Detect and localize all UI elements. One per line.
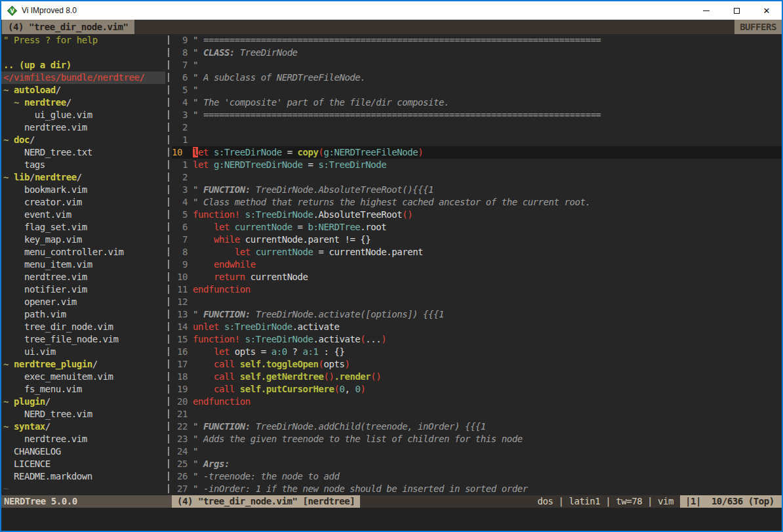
maximize-icon[interactable] (721, 1, 752, 20)
tree-item[interactable]: exec_menuitem.vim (1, 371, 165, 383)
code-line[interactable]: 26" -treenode: the node to add (172, 470, 782, 483)
tree-item[interactable] (1, 47, 165, 59)
code-line[interactable]: 7 while currentNode.parent != {} (172, 234, 782, 246)
text-segment: / (45, 396, 50, 407)
line-number: 17 (172, 358, 188, 371)
code-line[interactable]: 22" FUNCTION: TreeDirNode.addChild(treen… (172, 420, 782, 433)
code-line[interactable]: 6" A subclass of NERDTreeFileNode. (172, 72, 782, 84)
tree-item[interactable]: .. (up a dir) (1, 59, 165, 72)
code-line[interactable]: 2 (172, 171, 782, 184)
tree-item[interactable]: ~ autoload/ (1, 84, 165, 96)
text-segment: / (30, 134, 35, 145)
tree-item[interactable]: tags (1, 159, 165, 171)
tree-item[interactable]: ~ nerdtree_plugin/ (1, 358, 165, 371)
tree-item[interactable]: path.vim (1, 308, 165, 321)
tree-item[interactable]: bookmark.vim (1, 184, 165, 196)
code-line[interactable]: 9" =====================================… (172, 34, 782, 47)
tree-item[interactable]: ui.vim (1, 346, 165, 358)
text-segment: l (193, 147, 198, 157)
code-line[interactable]: 5" (172, 84, 782, 96)
text-segment: " (193, 85, 198, 95)
code-line[interactable]: 20endfunction (172, 396, 782, 408)
code-line[interactable]: 24" (172, 445, 782, 458)
vim-window: V Vi IMproved 8.0 ✕ (4) "tree_dir_node.v… (0, 0, 783, 532)
tree-item[interactable]: README.markdown (1, 470, 165, 483)
tree-item[interactable]: nerdtree.vim (1, 433, 165, 445)
nerdtree-rows[interactable]: " Press ? for help.. (up a dir)</vimfile… (1, 34, 165, 495)
text-segment: TreeDirNode.AbsoluteTreeRoot(){{{1 (251, 184, 433, 195)
close-icon[interactable]: ✕ (752, 1, 782, 20)
tree-item[interactable]: tree_dir_node.vim (1, 321, 165, 333)
code-line[interactable]: 1let g:NERDTreeDirNode = s:TreeDirNode (172, 159, 782, 171)
tree-item[interactable]: ~ (1, 483, 165, 495)
tree-item[interactable]: notifier.vim (1, 283, 165, 296)
code-line[interactable]: 3" =====================================… (172, 109, 782, 121)
tree-item[interactable]: menu_item.vim (1, 258, 165, 271)
code-line[interactable]: 23" Adds the given treenode to the list … (172, 433, 782, 445)
code-line[interactable]: 14unlet s:TreeDirNode.activate (172, 321, 782, 333)
code-line[interactable]: 15function! s:TreeDirNode.activate(...) (172, 333, 782, 346)
text-segment: self.toggleOpen (240, 359, 319, 369)
tree-item[interactable]: nerdtree.vim (1, 271, 165, 283)
tree-item[interactable]: ~ doc/ (1, 134, 165, 146)
tab-active[interactable]: (4) "tree_dir_node.vim" (2, 20, 134, 34)
tree-item[interactable]: LICENCE (1, 458, 165, 470)
text-segment: ~ (3, 421, 14, 432)
tree-item[interactable]: key_map.vim (1, 234, 165, 246)
line-number: 8 (172, 246, 188, 258)
code-line[interactable]: 5function! s:TreeDirNode.AbsoluteTreeRoo… (172, 209, 782, 221)
code-line[interactable]: 27" -inOrder: 1 if the new node should b… (172, 483, 782, 495)
tree-item[interactable]: ~ plugin/ (1, 396, 165, 408)
code-line[interactable]: 11endfunction (172, 283, 782, 296)
text-segment: let (214, 346, 230, 357)
tree-item[interactable]: opener.vim (1, 296, 165, 308)
minimize-icon[interactable] (691, 1, 721, 20)
text-segment: " ======================================… (193, 35, 601, 45)
text-segment: .render (334, 371, 371, 382)
tree-item[interactable]: " Press ? for help (1, 34, 165, 47)
code-line[interactable]: 8" CLASS: TreeDirNode (172, 47, 782, 59)
code-line[interactable]: 19 call self.putCursorHere(0, 0) (172, 383, 782, 396)
tree-item[interactable]: NERD_tree.vim (1, 408, 165, 420)
tree-item[interactable]: flag_set.vim (1, 221, 165, 234)
code-lines[interactable]: 9" =====================================… (172, 34, 782, 495)
window-separator[interactable] (165, 34, 172, 495)
line-number: 9 (172, 258, 188, 271)
tree-item[interactable]: ui_glue.vim (1, 109, 165, 121)
text-segment: ui_glue.vim (3, 110, 92, 120)
code-line[interactable]: 16 let opts = a:0 ? a:1 : {} (172, 346, 782, 358)
tree-item[interactable]: nerdtree.vim (1, 121, 165, 134)
code-line[interactable]: 7" (172, 59, 782, 72)
code-line[interactable]: 18 call self.getNerdtree().render() (172, 371, 782, 383)
tree-item[interactable]: ~ lib/nerdtree/ (1, 171, 165, 184)
tree-item[interactable]: ~ nerdtree/ (1, 96, 165, 109)
code-line[interactable]: 10let s:TreeDirNode = copy(g:NERDTreeFil… (172, 146, 782, 159)
code-line[interactable]: 4" Class method that returns the highest… (172, 196, 782, 209)
tree-item[interactable]: CHANGELOG (1, 445, 165, 458)
text-segment (240, 209, 245, 220)
code-line[interactable]: 10 return currentNode (172, 271, 782, 283)
tree-item[interactable]: NERD_tree.txt (1, 146, 165, 159)
code-line[interactable]: 12 (172, 296, 782, 308)
code-line[interactable]: 4" The 'composite' part of the file/dir … (172, 96, 782, 109)
text-segment: = currentNode.parent (313, 247, 424, 257)
code-line[interactable]: 3" FUNCTION: TreeDirNode.AbsoluteTreeRoo… (172, 184, 782, 196)
tree-item[interactable]: tree_file_node.vim (1, 333, 165, 346)
code-line[interactable]: 17 call self.toggleOpen(opts) (172, 358, 782, 371)
tree-item[interactable]: ~ syntax/ (1, 420, 165, 433)
text-segment: g:NERDTreeFileNode (324, 147, 418, 157)
tree-item[interactable]: fs_menu.vim (1, 383, 165, 396)
tree-item[interactable]: menu_controller.vim (1, 246, 165, 258)
code-line[interactable]: 13" FUNCTION: TreeDirNode.activate([opti… (172, 308, 782, 321)
command-line[interactable] (1, 508, 782, 531)
code-line[interactable]: 25" Args: (172, 458, 782, 470)
code-line[interactable]: 1 (172, 134, 782, 146)
code-line[interactable]: 9 endwhile (172, 258, 782, 271)
code-line[interactable]: 6 let currentNode = b:NERDTree.root (172, 221, 782, 234)
code-line[interactable]: 8 let currentNode = currentNode.parent (172, 246, 782, 258)
code-line[interactable]: 21 (172, 408, 782, 420)
tree-item[interactable]: event.vim (1, 209, 165, 221)
tree-item[interactable]: creator.vim (1, 196, 165, 209)
code-line[interactable]: 2 (172, 121, 782, 134)
tree-item[interactable]: </vimfiles/bundle/nerdtree/ (1, 72, 165, 84)
